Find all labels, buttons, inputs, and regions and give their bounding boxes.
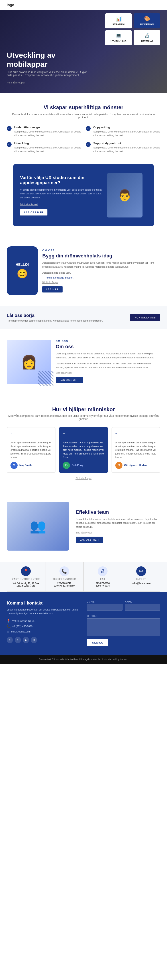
contact-card-address: 📍 VÅRT HUVUDKONTOR Vet Brickeväg 13, 3E … <box>7 562 45 592</box>
feature-desc: Sample text. Click to select the text bo… <box>14 146 81 153</box>
name-input[interactable] <box>125 604 160 611</box>
facebook-icon[interactable]: f <box>7 637 13 643</box>
contact-email: hello@liance.com <box>11 630 31 633</box>
testimonial-text: Amet aperiam tam urna pellentesque Amet … <box>116 441 157 459</box>
build-label: OM OSS <box>42 249 160 252</box>
submit-button[interactable]: SKICKA <box>87 639 108 646</box>
fax-icon: 🖨 <box>98 566 108 576</box>
feature-copy: ✓ Copywriting Sample text. Click to sele… <box>86 126 160 137</box>
name-group: Name <box>125 600 160 611</box>
start-heading: Låt oss börja <box>7 313 103 318</box>
feature-title: Underlättar design <box>14 126 81 129</box>
testimonial-text: Amet aperiam tam urna pellentesque Amet … <box>10 441 51 459</box>
build-button[interactable]: LÄS MER <box>42 286 63 293</box>
social-icons: f t ▶ in <box>7 637 80 643</box>
form-row-top: Email Name <box>87 600 160 613</box>
form-left: Komma i kontakt Vi kan värderande begere… <box>7 600 80 643</box>
hero-card-test[interactable]: 🔬 TESTNING <box>133 30 160 45</box>
phone-icon: 📞 <box>7 625 10 628</box>
feature-title: Utveckling <box>14 142 81 145</box>
testimonial-0: " Amet aperiam tam urna pellentesque Ame… <box>7 427 55 473</box>
hamburger-menu[interactable] <box>156 3 160 7</box>
contact-card-email: ✉ E-POST hello@liance.com <box>122 562 161 592</box>
contact-phone: +1 (562) 456-7890 <box>12 625 32 628</box>
features-grid: ✓ Underlättar design Sample text. Click … <box>7 126 160 153</box>
start-section: Låt oss börja Har ditt projekt eller par… <box>0 306 167 329</box>
feature-support: ✓ Support dygnet runt Sample text. Click… <box>86 142 160 153</box>
testimonial-2: " Amet aperiam tam urna pellentesque Ame… <box>112 427 160 473</box>
start-description: Har ditt projekt eller partnerskap i åta… <box>7 319 103 322</box>
contact-card-value: hello@liance.com <box>132 582 151 584</box>
hero-title: Utveckling av mobilappar <box>7 51 91 69</box>
about-link[interactable]: Blird från Propel <box>56 372 160 374</box>
team-link[interactable]: Blird från Propel <box>76 531 160 534</box>
ux-icon: 🎨 <box>144 16 150 22</box>
email-label: Email <box>87 600 122 603</box>
dev-icon: 💻 <box>116 33 122 39</box>
linkedin-icon[interactable]: in <box>31 637 37 643</box>
hero-card-label: UX DESIGN <box>140 23 154 26</box>
hero-card-label: STRATEGI <box>112 23 125 26</box>
phone-hello: HELLO! <box>16 263 29 267</box>
testimonials-grid: " Amet aperiam tam urna pellentesque Ame… <box>7 427 160 473</box>
quote-icon: " <box>63 431 104 439</box>
team-text: Effektiva team Risus dolor dolor in irur… <box>76 509 160 543</box>
about-section: 👩 OM OSS Om oss Dit ut aliquam dolor sit… <box>0 329 167 395</box>
feature-desc: Sample text. Click to select the text bo… <box>14 130 81 137</box>
why-button[interactable]: LÄS OSS MER <box>20 209 47 215</box>
contact-card-phone: 📞 TELEFONNUMMER 229-876-6741 229-677-123… <box>45 562 84 592</box>
youtube-icon[interactable]: ▶ <box>23 637 29 643</box>
email-group: Email <box>87 600 122 611</box>
contact-card-label: TELEFONNUMMER <box>53 578 76 580</box>
contact-card-value: 229-876-6741 229-677-1234/56789 <box>54 582 75 587</box>
feature-desc: Sample text. Click to select the text bo… <box>93 146 160 153</box>
patterns-heading: Vi skapar superhäftiga mönster <box>7 104 160 110</box>
why-link[interactable]: Blird från Propel <box>20 203 103 206</box>
patterns-section: Vi skapar superhäftiga mönster Duis aute… <box>0 93 167 164</box>
feature-title: Support dygnet runt <box>93 142 160 145</box>
build-link[interactable]: Blird från Propel <box>42 281 160 284</box>
hero-card-label: UTVECKLING <box>111 40 127 43</box>
contact-email-item: ✉ hello@liance.com <box>7 630 80 633</box>
footer-text: Sample text. Click to select the text bo… <box>39 658 128 661</box>
hero-card-dev[interactable]: 💻 UTVECKLING <box>105 30 132 45</box>
message-textarea[interactable] <box>87 618 160 636</box>
help-section: Hur vi hjälper människor Med våra kompet… <box>0 395 167 491</box>
build-sublabel: Aenean mattis luctus velit. <box>42 271 160 275</box>
email-icon: ✉ <box>7 630 10 633</box>
why-section: Varför välja UX studio som din appdesign… <box>13 164 154 226</box>
contact-phone-item: 📞 +1 (562) 456-7890 <box>7 625 80 628</box>
message-label: Message <box>87 615 160 617</box>
build-text: OM OSS Bygg din drömwebbplats idag Aenea… <box>42 249 160 293</box>
twitter-icon[interactable]: t <box>15 637 21 643</box>
team-button[interactable]: LÄS OSS MER <box>76 536 103 543</box>
contact-form-section: Komma i kontakt Vi kan värderande begere… <box>0 592 167 655</box>
about-description2: Ultrices fermentum faucibus amet amet co… <box>56 362 160 369</box>
quote-icon: " <box>116 431 157 439</box>
start-button[interactable]: KONTAKTA OSS <box>130 314 160 321</box>
email-input[interactable] <box>87 604 122 611</box>
hero-card-ux[interactable]: 🎨 UX DESIGN <box>133 13 160 29</box>
avatar: M <box>10 462 18 469</box>
start-text: Låt oss börja Har ditt projekt eller par… <box>7 313 103 322</box>
hero-content: Utveckling av mobilappar Duis aute dolor… <box>7 51 91 84</box>
hero-card-strategi[interactable]: 📊 STRATEGI <box>105 13 132 29</box>
logo: logo <box>7 3 14 7</box>
help-link[interactable]: Blird från Propel <box>7 477 160 480</box>
contact-card-label: E-POST <box>136 578 146 580</box>
about-text: OM OSS Om oss Dit ut aliquam dolor sit a… <box>56 340 160 383</box>
build-description: Aeneancon sem vitae vulputate magna non … <box>42 261 160 269</box>
contact-address: Vet Brickeväg 13, 3E <box>12 620 35 622</box>
navbar: logo <box>0 0 167 10</box>
about-button[interactable]: LÄS OSS MER <box>56 377 83 383</box>
phone-mockup: HELLO! 😊 <box>7 247 38 295</box>
hero-card-label: TESTNING <box>141 40 153 43</box>
why-description: Vi skulle aldrig rekommendera in volupta… <box>20 188 103 200</box>
avatar: B <box>63 462 70 469</box>
check-icon: ✓ <box>7 126 11 131</box>
contact-card-fax: 🖨 FAX 229-877-0974 229-877-0974 <box>84 562 122 592</box>
patterns-subtitle: Duis aute dolor in irure in voluptate ve… <box>7 113 160 119</box>
testimonial-1: " Amet aperiam tam urna pellentesque Ame… <box>59 427 108 473</box>
feature-desc: Sample text. Click to select the text bo… <box>93 130 160 137</box>
strategy-icon: 📊 <box>116 16 122 22</box>
